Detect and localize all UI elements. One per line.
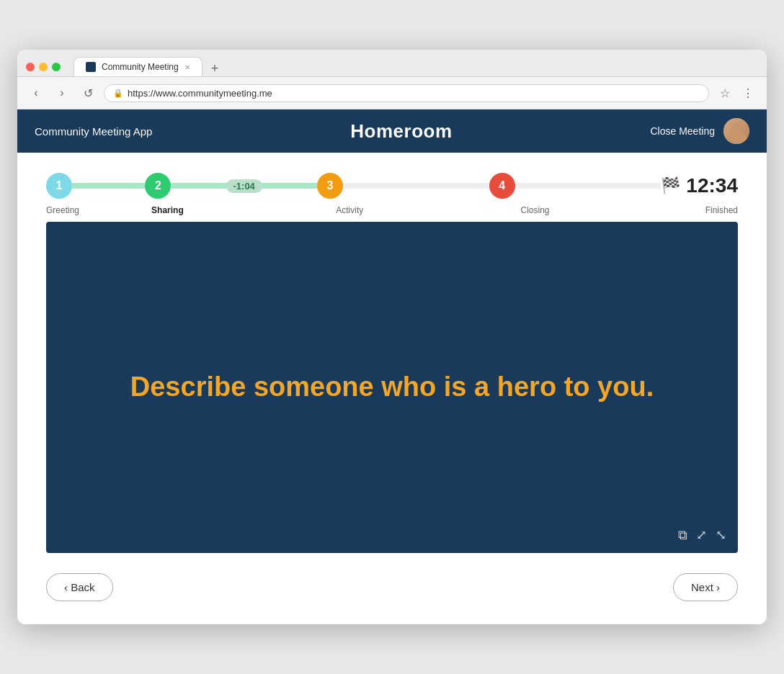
toolbar-right: ☆ ⋮ — [715, 83, 758, 103]
url-text: https://www.communitymeeting.me — [128, 88, 272, 99]
steps-row: 1 2 -1:04 — [46, 173, 738, 199]
avatar-image — [723, 118, 749, 144]
tab-close-button[interactable]: ✕ — [184, 63, 190, 71]
step-number-1: 1 — [56, 179, 63, 192]
main-content: 1 2 -1:04 — [17, 153, 767, 624]
step-number-4: 4 — [499, 179, 505, 192]
slide-actions: ⧉ ⤢ ⤡ — [678, 527, 726, 543]
step-node-2: 2 — [145, 173, 171, 199]
slide-text: Describe someone who is a hero to you. — [87, 368, 697, 406]
step-node-4: 4 — [489, 173, 515, 199]
connector-1-2 — [72, 183, 145, 189]
traffic-light-minimize[interactable] — [39, 63, 48, 71]
nav-buttons: ‹ Back Next › — [46, 573, 738, 601]
label-sharing: Sharing — [151, 205, 184, 215]
label-finished: Finished — [705, 205, 738, 215]
connector-3-4 — [343, 183, 489, 189]
tab-title: Community Meeting — [102, 62, 179, 72]
bookmark-button[interactable]: ☆ — [715, 83, 735, 103]
menu-button[interactable]: ⋮ — [738, 83, 758, 103]
connector-4-finished — [515, 183, 662, 189]
tab-bar: Community Meeting ✕ + — [74, 57, 758, 76]
forward-button[interactable]: › — [52, 83, 72, 103]
step-circle-4[interactable]: 4 — [489, 173, 515, 199]
back-nav-button[interactable]: ‹ Back — [46, 573, 113, 601]
browser-titlebar: Community Meeting ✕ + — [17, 50, 767, 77]
finished-section: 🏁 12:34 — [661, 174, 738, 197]
back-button[interactable]: ‹ — [26, 83, 46, 103]
traffic-light-close[interactable] — [26, 63, 35, 71]
traffic-light-maximize[interactable] — [52, 63, 61, 71]
close-meeting-button[interactable]: Close Meeting — [650, 125, 715, 137]
expand-button[interactable]: ⤡ — [716, 527, 726, 543]
label-closing: Closing — [520, 205, 549, 215]
flag-icon: 🏁 — [661, 176, 680, 195]
label-greeting: Greeting — [46, 205, 79, 215]
step-number-3: 3 — [327, 179, 334, 192]
next-nav-button[interactable]: Next › — [673, 573, 738, 601]
browser-window: Community Meeting ✕ + ‹ › ↺ 🔒 https://ww… — [17, 50, 767, 624]
lock-icon: 🔒 — [113, 89, 123, 98]
new-tab-button[interactable]: + — [205, 61, 225, 76]
step-node-1: 1 — [46, 173, 72, 199]
browser-tab[interactable]: Community Meeting ✕ — [74, 57, 202, 76]
connector-2-3: -1:04 — [171, 183, 317, 189]
tab-favicon — [86, 62, 96, 72]
step-number-2: 2 — [155, 179, 161, 192]
step-circle-2[interactable]: 2 — [145, 173, 171, 199]
address-bar[interactable]: 🔒 https://www.communitymeeting.me — [104, 84, 709, 102]
traffic-lights — [26, 63, 61, 71]
app-container: Community Meeting App Homeroom Close Mee… — [17, 109, 767, 624]
slide-container: Describe someone who is a hero to you. ⧉… — [46, 222, 738, 553]
label-activity: Activity — [336, 205, 363, 215]
progress-tracker: 1 2 -1:04 — [46, 173, 738, 216]
app-name: Community Meeting App — [35, 125, 152, 138]
step-circle-3[interactable]: 3 — [317, 173, 343, 199]
header-right: Close Meeting — [650, 118, 749, 144]
copy-slide-button[interactable]: ⧉ — [678, 528, 687, 543]
avatar — [723, 118, 749, 144]
timer-badge: -1:04 — [226, 179, 262, 193]
reload-button[interactable]: ↺ — [78, 83, 98, 103]
external-link-button[interactable]: ⤢ — [696, 527, 707, 543]
step-node-3: 3 — [317, 173, 343, 199]
browser-toolbar: ‹ › ↺ 🔒 https://www.communitymeeting.me … — [17, 77, 767, 109]
app-title: Homeroom — [350, 120, 452, 143]
time-display: 12:34 — [686, 174, 738, 197]
app-header: Community Meeting App Homeroom Close Mee… — [17, 109, 767, 153]
step-circle-1[interactable]: 1 — [46, 173, 72, 199]
